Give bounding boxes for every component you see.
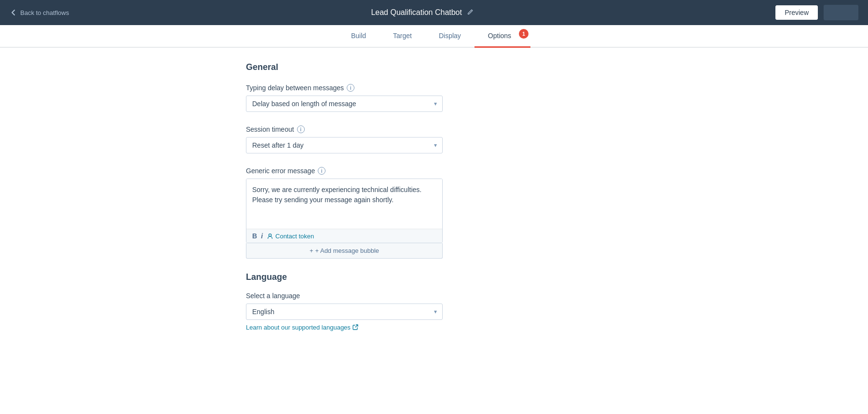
generic-error-field-group: Generic error message i Sorry, we are cu…	[246, 167, 622, 259]
tab-options[interactable]: Options 1	[475, 25, 530, 48]
session-timeout-label: Session timeout i	[246, 125, 622, 133]
textarea-toolbar: B i Contact token	[246, 229, 442, 243]
session-timeout-select-wrapper: Reset after 1 day Reset after 1 hour Res…	[246, 137, 443, 153]
edit-icon[interactable]	[467, 9, 474, 17]
general-section: General Typing delay between messages i …	[246, 62, 622, 259]
italic-icon[interactable]: i	[261, 232, 263, 240]
session-timeout-field-group: Session timeout i Reset after 1 day Rese…	[246, 125, 622, 153]
typing-delay-field-group: Typing delay between messages i Delay ba…	[246, 84, 622, 112]
preview-button[interactable]: Preview	[775, 5, 818, 20]
toggle-left-button[interactable]	[824, 5, 841, 20]
add-bubble-label: + Add message bubble	[315, 247, 379, 254]
language-section: Language Select a language English Frenc…	[246, 272, 622, 331]
external-link-icon	[353, 324, 358, 331]
plus-icon: +	[310, 247, 313, 254]
chatbot-title-area: Lead Qualification Chatbot	[371, 8, 474, 17]
back-to-chatflows-link[interactable]: Back to chatflows	[10, 9, 69, 16]
typing-delay-label: Typing delay between messages i	[246, 84, 622, 92]
main-content: General Typing delay between messages i …	[236, 48, 632, 373]
back-label: Back to chatflows	[20, 9, 69, 16]
session-timeout-info-icon: i	[297, 125, 305, 133]
toggle-right-button[interactable]	[841, 5, 858, 20]
bold-icon[interactable]: B	[252, 232, 257, 240]
view-toggle	[824, 5, 858, 20]
svg-point-0	[269, 234, 271, 236]
language-section-title: Language	[246, 272, 622, 282]
add-message-bubble-button[interactable]: + + Add message bubble	[246, 243, 443, 259]
typing-delay-select[interactable]: Delay based on length of message No dela…	[246, 96, 443, 112]
tab-display[interactable]: Display	[425, 25, 475, 48]
tabs-bar: Build Target Display Options 1	[0, 25, 868, 48]
select-language-field-group: Select a language English French German …	[246, 292, 622, 331]
general-section-title: General	[246, 62, 622, 72]
generic-error-info-icon: i	[318, 167, 326, 175]
tab-build[interactable]: Build	[338, 25, 380, 48]
language-select-wrapper: English French German Spanish Portuguese…	[246, 304, 443, 320]
select-language-label: Select a language	[246, 292, 622, 300]
typing-delay-select-wrapper: Delay based on length of message No dela…	[246, 96, 443, 112]
chatbot-name: Lead Qualification Chatbot	[371, 8, 462, 17]
nav-right: Preview	[775, 5, 858, 20]
session-timeout-select[interactable]: Reset after 1 day Reset after 1 hour Res…	[246, 137, 443, 153]
contact-token-link[interactable]: Contact token	[267, 233, 314, 240]
options-tab-badge: 1	[519, 29, 529, 39]
top-navigation: Back to chatflows Lead Qualification Cha…	[0, 0, 868, 25]
supported-languages-link[interactable]: Learn about our supported languages	[246, 324, 358, 331]
generic-error-label: Generic error message i	[246, 167, 622, 175]
back-arrow-icon	[10, 9, 17, 16]
tab-target[interactable]: Target	[380, 25, 425, 48]
typing-delay-info-icon: i	[347, 84, 354, 92]
generic-error-textarea[interactable]: Sorry, we are currently experiencing tec…	[246, 179, 442, 227]
language-select[interactable]: English French German Spanish Portuguese…	[246, 304, 443, 320]
generic-error-container: Sorry, we are currently experiencing tec…	[246, 179, 443, 259]
generic-error-textarea-wrapper: Sorry, we are currently experiencing tec…	[246, 179, 443, 243]
